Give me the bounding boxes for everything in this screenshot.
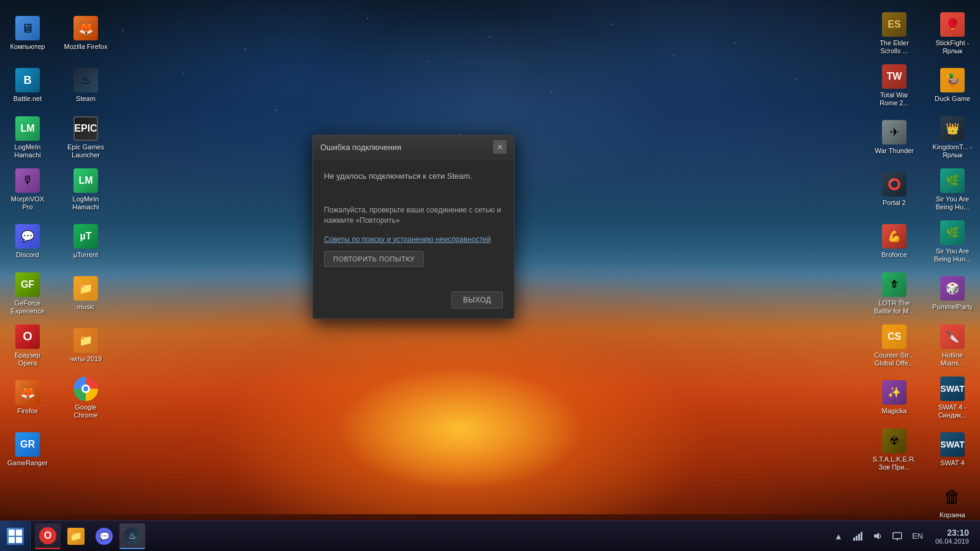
desktop-icon-siryou[interactable]: 🌿 Sir You Are Being Hu... <box>928 165 977 214</box>
totalwar-icon: TW <box>882 64 907 89</box>
siryou-label: Sir You Are Being Hu... <box>930 195 974 211</box>
desktop-icon-pummel[interactable]: 🎲 PummelParty <box>928 269 977 318</box>
desktop-icon-steam[interactable]: ♨ Steam <box>61 61 110 110</box>
right-icon-grid: 🥊 StickFight - Ярлык ES The Elder Scroll… <box>861 6 980 530</box>
stickfight-icon: 🥊 <box>940 12 965 37</box>
desktop-icon-warthunder[interactable]: ✈ War Thunder <box>870 113 919 162</box>
taskbar-discord-button[interactable]: 💬 <box>91 523 117 549</box>
desktop-icon-broforce[interactable]: 💪 Broforce <box>870 217 919 266</box>
desktop-icon-csgo[interactable]: CS Counter-Str... Global Offe... <box>870 321 919 370</box>
battlenet-label: Battle.net <box>13 95 42 103</box>
desktop-icon-stalker[interactable]: ☢ S.T.A.L.K.E.R. Зов При... <box>870 425 919 474</box>
tray-display-icon[interactable] <box>890 529 905 544</box>
utorrent-icon: µT <box>74 224 98 249</box>
desktop-icon-discord[interactable]: 💬 Discord <box>3 217 52 266</box>
swat42-icon: SWAT <box>940 432 965 457</box>
clock-time: 23:10 <box>935 528 969 538</box>
desktop-icon-firefox[interactable]: 🦊 Mozilla Firefox <box>61 9 110 58</box>
warthunder-icon: ✈ <box>882 120 907 144</box>
desktop-icon-elderscrolls[interactable]: ES The Elder Scrolls ... <box>870 9 919 58</box>
siryou2-icon: 🌿 <box>940 220 965 245</box>
lotr-icon: 🗡 <box>882 272 907 297</box>
dialog-titlebar: Ошибка подключения × <box>313 135 514 159</box>
taskbar-steam-button[interactable]: ♨ <box>119 523 145 549</box>
desktop-icon-trash[interactable]: 🗑 Корзина <box>928 478 977 527</box>
portal-icon: ⭕ <box>882 172 907 197</box>
desktop-icon-epic[interactable]: EPIC Epic Games Launcher <box>61 113 110 162</box>
desktop-icon-stickfight[interactable]: 🥊 StickFight - Ярлык <box>928 9 977 58</box>
desktop-icon-portal[interactable]: ⭕ Portal 2 <box>870 165 919 214</box>
firefox2-label: Firefox <box>17 407 38 415</box>
computer-label: Компьютер <box>10 43 45 51</box>
desktop-icon-gameranger[interactable]: GR GameRanger <box>3 425 52 474</box>
broforce-label: Broforce <box>881 251 907 259</box>
taskbar-explorer-button[interactable]: 📁 <box>63 523 89 549</box>
desktop-icon-opera[interactable]: O Браузер Opera <box>3 321 52 370</box>
desktop-icon-music[interactable]: 📁 music <box>61 269 110 318</box>
desktop-icon-morphvox[interactable]: 🎙 MorphVOX Pro <box>3 165 52 214</box>
desktop-icon-swat4[interactable]: SWAT SWAT 4 - Синдик... <box>928 373 977 422</box>
hotline-label: Hotline Miami... <box>930 351 974 367</box>
desktop-icon-kingdom[interactable]: 👑 KingdomT... - Ярлык <box>928 113 977 162</box>
dialog-footer: ВЫХОД <box>313 291 514 318</box>
desktop-icon-utorrent[interactable]: µT µTorrent <box>61 217 110 266</box>
magicka-icon: ✨ <box>882 380 907 405</box>
stalker-icon: ☢ <box>882 429 907 453</box>
desktop-icon-duckgame[interactable]: 🦆 Duck Game <box>928 61 977 110</box>
elderscrolls-icon: ES <box>882 12 907 37</box>
desktop-icon-logmein2[interactable]: LM LogMeIn Hamachi <box>61 165 110 214</box>
swat4-label: SWAT 4 - Синдик... <box>930 403 974 419</box>
desktop-icon-magicka[interactable]: ✨ Magicka <box>870 373 919 422</box>
dialog-body: Не удалось подключиться к сети Steam. По… <box>313 159 514 291</box>
desktop-icon-swat42[interactable]: SWAT SWAT 4 <box>928 425 977 474</box>
trash-label: Корзина <box>940 511 965 519</box>
utorrent-label: µTorrent <box>74 251 99 259</box>
swat42-label: SWAT 4 <box>940 459 965 467</box>
desktop-icon-lotr[interactable]: 🗡 LOTR The Battle for M... <box>870 269 919 318</box>
dialog-error-text: Не удалось подключиться к сети Steam. <box>324 171 503 181</box>
gameranger-label: GameRanger <box>7 459 48 467</box>
desktop-icon-hotline[interactable]: 🔪 Hotline Miami... <box>928 321 977 370</box>
taskbar-steam-icon: ♨ <box>124 527 141 544</box>
music-folder-icon: 📁 <box>74 276 98 301</box>
geforce-label: GeForce Experience <box>6 299 50 315</box>
magicka-label: Magicka <box>882 407 907 415</box>
desktop-icon-totalwar[interactable]: TW Total War Rome 2... <box>870 61 919 110</box>
desktop-icon-siryou2[interactable]: 🌿 Sir You Are Being Hun... <box>928 217 977 266</box>
dialog-exit-button[interactable]: ВЫХОД <box>451 291 503 309</box>
desktop-icon-cheats[interactable]: 📁 читы 2019 <box>61 321 110 370</box>
steam-label: Steam <box>76 95 96 103</box>
logmein-icon: LM <box>15 116 40 141</box>
taskbar-system-tray: ▲ <box>825 521 980 552</box>
epic-label: Epic Games Launcher <box>64 143 108 159</box>
svg-marker-4 <box>874 533 879 539</box>
desktop-icon-geforce[interactable]: GF GeForce Experience <box>3 269 52 318</box>
desktop-icon-battlenet[interactable]: B Battle.net <box>3 61 52 110</box>
tray-volume-icon[interactable] <box>870 529 885 544</box>
windows-logo-quad-tr <box>16 530 22 536</box>
dialog-retry-button[interactable]: ПОВТОРИТЬ ПОПЫТКУ <box>324 251 424 267</box>
desktop-icon-computer[interactable]: 🖥 Компьютер <box>3 9 52 58</box>
taskbar-opera-button[interactable]: O <box>35 523 61 549</box>
dialog-info-text: Пожалуйста, проверьте ваше соединение с … <box>324 205 503 226</box>
broforce-icon: 💪 <box>882 224 907 249</box>
pummel-label: PummelParty <box>932 303 973 311</box>
tray-arrow-icon[interactable]: ▲ <box>831 529 846 544</box>
firefox-icon: 🦊 <box>74 16 98 40</box>
desktop-icon-logmein[interactable]: LM LogMeIn Hamachi <box>3 113 52 162</box>
dialog-close-button[interactable]: × <box>493 140 507 154</box>
language-indicator[interactable]: EN <box>910 531 925 541</box>
desktop-icon-chrome[interactable]: Google Chrome <box>61 373 110 422</box>
hotline-icon: 🔪 <box>940 324 965 349</box>
desktop-icon-firefox2[interactable]: 🦊 Firefox <box>3 373 52 422</box>
pummel-icon: 🎲 <box>940 276 965 301</box>
dialog-troubleshoot-link[interactable]: Советы по поиску и устранению неисправно… <box>324 235 503 244</box>
tray-network-icon[interactable] <box>851 529 865 544</box>
start-button[interactable] <box>0 521 31 552</box>
svg-rect-5 <box>893 533 902 539</box>
system-clock[interactable]: 23:10 06.04.2019 <box>930 525 974 547</box>
csgo-label: Counter-Str... Global Offe... <box>872 351 916 367</box>
siryou-icon: 🌿 <box>940 168 965 193</box>
stalker-label: S.T.A.L.K.E.R. Зов При... <box>872 455 916 471</box>
taskbar-opera-icon: O <box>39 527 56 544</box>
